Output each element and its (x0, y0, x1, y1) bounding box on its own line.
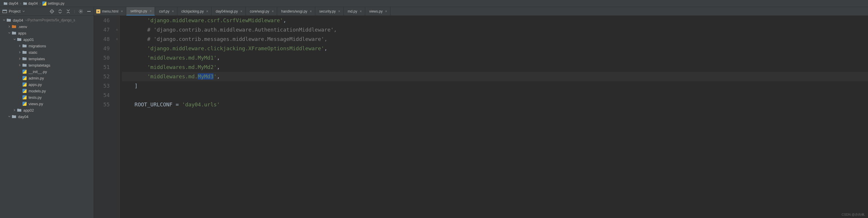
close-icon[interactable]: × (240, 10, 243, 13)
chevron-right-icon[interactable] (18, 51, 22, 54)
editor-tab[interactable]: md.py× (344, 7, 365, 16)
fold-marker (114, 72, 119, 81)
fold-marker (114, 62, 119, 72)
tree-label: apps (18, 31, 26, 35)
tree-label: views.py (29, 102, 43, 106)
tree-label: tests.py (29, 95, 42, 100)
fold-marker (114, 34, 119, 44)
code-line[interactable]: # 'django.contrib.auth.middleware.Authen… (122, 25, 868, 34)
tree-label: __init__.py (29, 70, 47, 74)
line-number[interactable]: 47 (94, 25, 110, 34)
chevron-down-icon[interactable] (13, 38, 16, 41)
tree-label: day04 (18, 114, 28, 119)
folder-icon (3, 1, 8, 5)
breadcrumb-item[interactable]: day04 (22, 1, 39, 5)
editor-tab[interactable]: clickjacking.py× (177, 7, 212, 16)
folder-icon (22, 56, 27, 61)
hide-icon[interactable] (87, 9, 91, 14)
tree-row[interactable]: .venv (0, 23, 94, 30)
close-icon[interactable]: × (309, 10, 313, 13)
tree-row[interactable]: apps.py (0, 81, 94, 88)
fold-marker (114, 81, 119, 90)
tree-label: app01 (23, 37, 34, 42)
tree-row[interactable]: migrations (0, 43, 94, 49)
chevron-right-icon[interactable] (18, 44, 22, 48)
tree-row[interactable]: views.py (0, 101, 94, 107)
editor-tab[interactable]: csrf.py× (155, 7, 177, 16)
chevron-down-icon[interactable] (8, 115, 11, 118)
svg-rect-1 (3, 10, 7, 11)
tree-row[interactable]: static (0, 49, 94, 56)
code-line[interactable]: 'middlewares.md.MyMd1', (122, 53, 868, 62)
close-icon[interactable]: × (149, 9, 152, 13)
code-line[interactable]: 'django.middleware.csrf.CsrfViewMiddlewa… (122, 16, 868, 25)
gear-icon[interactable] (79, 9, 83, 14)
editor-tab[interactable]: Hmenu.html× (94, 7, 126, 16)
tree-hint: ~/PycharmProjects/5x_django_s (25, 18, 75, 22)
tree-row[interactable]: apps (0, 30, 94, 36)
line-gutter[interactable]: 46474849505152535455 (94, 16, 114, 218)
line-number[interactable]: 48 (94, 34, 110, 44)
breadcrumb: day04 › day04 › settings.py (0, 0, 868, 7)
python-icon (22, 76, 27, 80)
line-number[interactable]: 46 (94, 16, 110, 25)
code-line[interactable]: 'middlewares.md.MyMd3', (122, 72, 868, 81)
code-line[interactable]: 'django.middleware.clickjacking.XFrameOp… (122, 44, 868, 53)
line-number[interactable]: 50 (94, 53, 110, 62)
chevron-down-icon[interactable] (8, 31, 11, 35)
tree-row[interactable]: tests.py (0, 94, 94, 101)
breadcrumb-item[interactable]: settings.py (41, 1, 65, 5)
breadcrumb-item[interactable]: day04 (2, 1, 20, 5)
project-tree[interactable]: day04~/PycharmProjects/5x_django_s.venva… (0, 16, 94, 218)
tree-row[interactable]: app02 (0, 107, 94, 113)
collapse-all-icon[interactable] (66, 9, 70, 14)
project-view-selector[interactable]: Project (2, 9, 25, 14)
editor-tab[interactable]: handlers/wsgi.py× (277, 7, 315, 16)
chevron-right-icon[interactable] (8, 25, 11, 28)
editor-tab[interactable]: core/wsgi.py× (246, 7, 277, 16)
chevron-right-icon[interactable] (18, 63, 22, 67)
editor-tab[interactable]: day04/wsgi.py× (212, 7, 246, 16)
close-icon[interactable]: × (384, 10, 388, 13)
fold-gutter[interactable] (114, 16, 120, 218)
chevron-down-icon[interactable] (2, 19, 6, 22)
code-line[interactable]: 'middlewares.md.MyMd2', (122, 62, 868, 72)
close-icon[interactable]: × (359, 10, 363, 13)
no-chevron (18, 76, 22, 80)
expand-all-icon[interactable] (58, 9, 62, 14)
code-line[interactable]: # 'django.contrib.messages.middleware.Me… (122, 34, 868, 44)
tree-row[interactable]: templatetags (0, 62, 94, 69)
close-icon[interactable]: × (171, 10, 175, 13)
close-icon[interactable]: × (120, 10, 124, 13)
locate-icon[interactable] (50, 9, 54, 14)
tree-label: static (29, 50, 37, 55)
line-number[interactable]: 49 (94, 44, 110, 53)
code-line[interactable]: ROOT_URLCONF = 'day04.urls' (122, 100, 868, 109)
editor-tab[interactable]: views.py× (365, 7, 391, 16)
line-number[interactable]: 55 (94, 100, 110, 109)
line-number[interactable]: 52 (94, 72, 110, 81)
line-number[interactable]: 51 (94, 62, 110, 72)
fold-marker (114, 53, 119, 62)
tab-label: settings.py (130, 9, 147, 13)
tree-row[interactable]: templates (0, 56, 94, 62)
close-icon[interactable]: × (271, 10, 275, 13)
code-line[interactable]: ] (122, 81, 868, 90)
tree-row[interactable]: __init__.py (0, 69, 94, 75)
chevron-right-icon[interactable] (13, 108, 16, 112)
line-number[interactable]: 54 (94, 90, 110, 100)
editor-tab[interactable]: security.py× (315, 7, 344, 16)
editor-tab[interactable]: settings.py× (126, 7, 155, 16)
tree-row[interactable]: app01 (0, 36, 94, 43)
tree-row[interactable]: admin.py (0, 75, 94, 81)
chevron-right-icon[interactable] (18, 57, 22, 60)
tree-row[interactable]: day04~/PycharmProjects/5x_django_s (0, 17, 94, 23)
close-icon[interactable]: × (337, 10, 341, 13)
close-icon[interactable]: × (205, 10, 209, 13)
line-number[interactable]: 53 (94, 81, 110, 90)
code-editor[interactable]: 46474849505152535455 'django.middleware.… (94, 16, 868, 218)
code-content[interactable]: 'django.middleware.csrf.CsrfViewMiddlewa… (120, 16, 868, 218)
tree-row[interactable]: models.py (0, 88, 94, 94)
code-line[interactable] (122, 90, 868, 100)
tree-row[interactable]: day04 (0, 113, 94, 120)
